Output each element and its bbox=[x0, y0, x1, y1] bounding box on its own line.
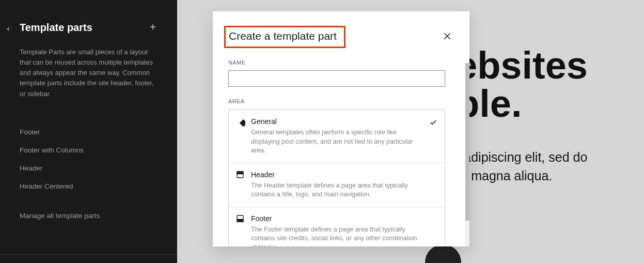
sidebar-item-header[interactable]: Header bbox=[20, 159, 158, 177]
create-template-part-modal: ▴ ▾ Create a template part NAME AREA Gen… bbox=[213, 11, 469, 246]
area-option-footer[interactable]: Footer The Footer template defines a pag… bbox=[229, 207, 445, 247]
scrollbar-thumb[interactable] bbox=[465, 63, 469, 221]
header-icon bbox=[236, 171, 245, 180]
close-icon[interactable] bbox=[442, 31, 452, 43]
area-option-text: Header The Header template defines a pag… bbox=[251, 171, 437, 199]
sidebar-list: Footer Footer with Columns Header Header… bbox=[20, 123, 158, 195]
svg-rect-8 bbox=[237, 219, 243, 222]
area-option-text: Footer The Footer template defines a pag… bbox=[251, 214, 437, 247]
check-icon bbox=[429, 118, 437, 129]
general-icon bbox=[236, 117, 245, 127]
area-option-header[interactable]: Header The Header template defines a pag… bbox=[229, 163, 445, 207]
manage-all-link[interactable]: Manage all template parts bbox=[20, 212, 158, 220]
name-input[interactable] bbox=[228, 70, 445, 87]
sidebar-item-footer-columns[interactable]: Footer with Columns bbox=[20, 141, 158, 159]
sidebar-title: Template parts bbox=[20, 22, 148, 34]
modal-title-highlight: Create a template part bbox=[224, 26, 345, 48]
area-field-label: AREA bbox=[228, 98, 454, 104]
modal-header: Create a template part bbox=[228, 26, 454, 48]
sidebar-item-footer[interactable]: Footer bbox=[20, 123, 158, 141]
sidebar-divider bbox=[0, 254, 177, 255]
area-name: General bbox=[251, 117, 437, 126]
area-option-general[interactable]: General General templates often perform … bbox=[229, 110, 445, 163]
svg-rect-6 bbox=[237, 172, 243, 174]
sidebar: Template parts Template Parts are small … bbox=[0, 0, 177, 263]
modal-title: Create a template part bbox=[229, 30, 337, 42]
area-name: Header bbox=[251, 171, 437, 179]
area-description: The Header template defines a page area … bbox=[251, 181, 421, 199]
name-field-label: NAME bbox=[228, 59, 454, 66]
sidebar-description: Template Parts are small pieces of a lay… bbox=[20, 47, 158, 99]
svg-rect-4 bbox=[240, 119, 245, 127]
add-template-part-button[interactable] bbox=[148, 22, 158, 34]
back-chevron-icon[interactable] bbox=[5, 25, 11, 34]
modal-scrollbar[interactable]: ▴ ▾ bbox=[465, 63, 469, 246]
hero-title-line1: ebsites bbox=[456, 44, 588, 87]
area-description: General templates often perform a specif… bbox=[251, 128, 421, 156]
sidebar-item-header-centered[interactable]: Header Centered bbox=[20, 177, 158, 195]
area-option-text: General General templates often perform … bbox=[251, 117, 437, 156]
area-list: General General templates often perform … bbox=[228, 110, 445, 246]
area-description: The Footer template defines a page area … bbox=[251, 225, 421, 247]
avatar bbox=[425, 244, 461, 263]
hero-subtitle: r adipiscing elit, sed do re magna aliqu… bbox=[456, 148, 634, 185]
hero-title: ebsites ple. bbox=[456, 47, 634, 123]
sidebar-header: Template parts bbox=[20, 22, 158, 34]
area-name: Footer bbox=[251, 214, 437, 223]
hero-sub-line2: re magna aliqua. bbox=[456, 168, 552, 183]
hero-sub-line1: r adipiscing elit, sed do bbox=[456, 150, 587, 164]
footer-icon bbox=[236, 214, 245, 224]
